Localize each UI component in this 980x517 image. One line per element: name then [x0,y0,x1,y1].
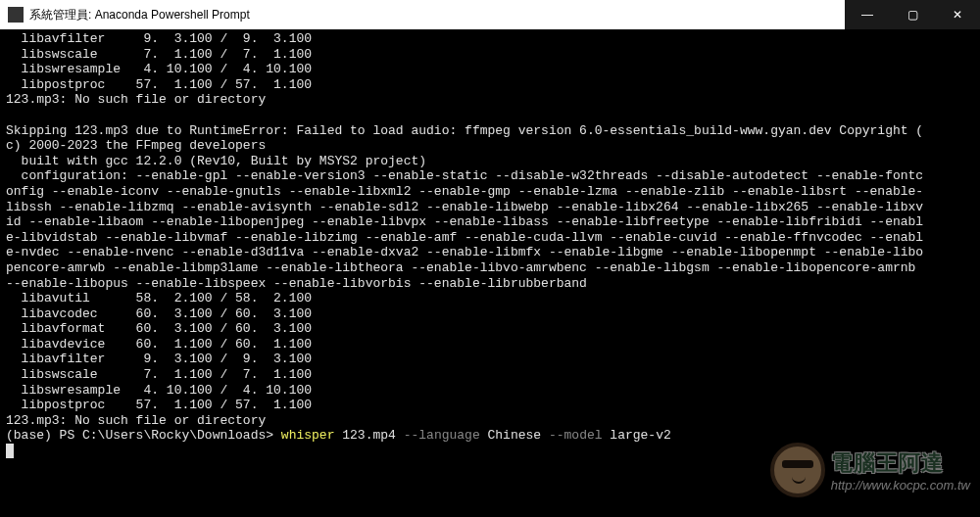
prompt-line: (base) PS C:\Users\Rocky\Downloads> whis… [6,428,671,443]
titlebar: 系統管理員: Anaconda Powershell Prompt — ▢ ✕ [0,0,980,29]
terminal-lines: libavfilter 9. 3.100 / 9. 3.100 libswsca… [6,31,974,428]
watermark-url: http://www.kocpc.com.tw [831,478,970,493]
app-icon [8,7,24,23]
window-controls: — ▢ ✕ [845,0,980,29]
maximize-button[interactable]: ▢ [890,0,935,29]
minimize-button[interactable]: — [845,0,890,29]
flag-model-value: large-v2 [603,428,671,443]
cursor-icon [6,444,14,458]
close-button[interactable]: ✕ [935,0,980,29]
flag-language: --language [404,428,480,443]
command-file: 123.mp4 [334,428,403,443]
prompt-prefix: (base) PS C:\Users\Rocky\Downloads> [6,428,281,443]
flag-language-value: Chinese [480,428,549,443]
command-word: whisper [281,428,335,443]
terminal-output[interactable]: libavfilter 9. 3.100 / 9. 3.100 libswsca… [0,29,980,461]
flag-model: --model [549,428,603,443]
window-title: 系統管理員: Anaconda Powershell Prompt [29,7,845,24]
